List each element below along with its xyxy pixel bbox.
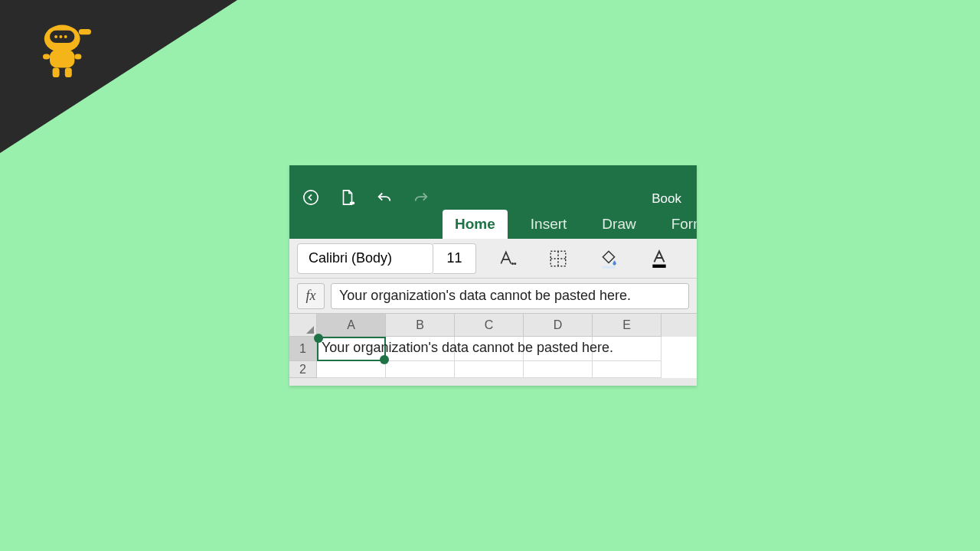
document-title[interactable]: Book <box>652 191 681 207</box>
back-icon[interactable] <box>302 188 320 207</box>
svg-rect-8 <box>65 67 72 77</box>
row-header-1[interactable]: 1 <box>289 337 317 361</box>
fill-color-icon[interactable] <box>590 243 628 274</box>
tab-draw[interactable]: Draw <box>590 210 648 239</box>
undo-icon[interactable] <box>375 188 394 207</box>
tab-home[interactable]: Home <box>443 210 508 239</box>
col-header-d[interactable]: D <box>524 314 593 337</box>
titlebar: Book Home Insert Draw Formulas <box>289 165 697 239</box>
col-header-a[interactable]: A <box>317 314 386 337</box>
robot-logo <box>29 15 98 84</box>
svg-point-14 <box>511 262 514 264</box>
cell-b2[interactable] <box>386 361 455 378</box>
svg-point-4 <box>64 35 67 38</box>
row-header-2[interactable]: 2 <box>289 361 317 378</box>
format-toolbar: Calibri (Body) 11 <box>289 239 697 279</box>
font-format-icon[interactable] <box>488 243 527 274</box>
font-color-icon[interactable] <box>640 243 678 274</box>
svg-point-3 <box>59 35 62 38</box>
cell-d2[interactable] <box>524 361 593 378</box>
cell-a1-text: Your organization's data cannot be paste… <box>322 340 613 356</box>
svg-rect-9 <box>43 54 50 59</box>
svg-point-2 <box>54 35 57 38</box>
svg-rect-7 <box>53 67 60 77</box>
svg-point-15 <box>514 262 516 264</box>
svg-rect-6 <box>50 50 74 67</box>
col-header-c[interactable]: C <box>455 314 524 337</box>
file-icon[interactable] <box>338 188 357 207</box>
tab-insert[interactable]: Insert <box>518 210 580 239</box>
formula-bar: fx Your organization's data cannot be pa… <box>289 279 697 314</box>
col-header-e[interactable]: E <box>593 314 662 337</box>
cell-e2[interactable] <box>593 361 662 378</box>
svg-rect-19 <box>602 266 615 268</box>
svg-rect-5 <box>79 29 91 34</box>
svg-point-11 <box>304 191 318 204</box>
svg-point-13 <box>352 202 354 204</box>
svg-rect-20 <box>652 264 665 267</box>
cell-c2[interactable] <box>455 361 524 378</box>
cell-a2[interactable] <box>317 361 386 378</box>
svg-point-12 <box>350 202 351 204</box>
svg-rect-10 <box>74 54 81 59</box>
font-size-select[interactable]: 11 <box>433 243 476 274</box>
font-name-select[interactable]: Calibri (Body) <box>297 243 433 274</box>
col-header-b[interactable]: B <box>386 314 455 337</box>
tab-formulas[interactable]: Formulas <box>659 210 697 239</box>
ribbon-tabs: Home Insert Draw Formulas <box>443 210 697 239</box>
borders-icon[interactable] <box>539 243 577 274</box>
spreadsheet-grid: A B C D E 1 2 Your organization's data c… <box>289 314 697 378</box>
formula-input[interactable]: Your organization's data cannot be paste… <box>331 283 689 309</box>
redo-icon[interactable] <box>412 188 430 207</box>
fx-button[interactable]: fx <box>297 283 325 309</box>
select-all-corner[interactable] <box>289 314 317 337</box>
excel-window: Book Home Insert Draw Formulas Calibri (… <box>289 165 697 386</box>
